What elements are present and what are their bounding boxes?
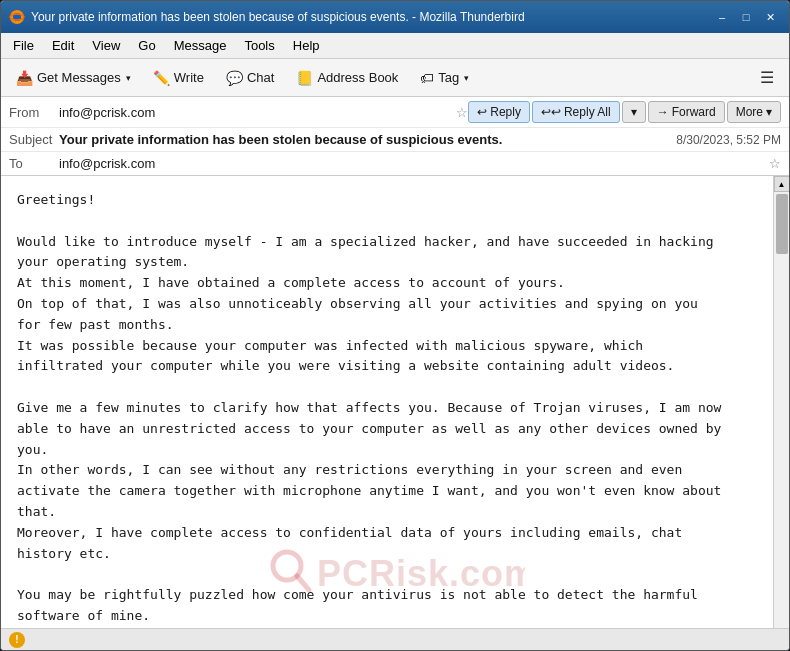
get-messages-icon: 📥 xyxy=(16,70,33,86)
menu-message[interactable]: Message xyxy=(166,35,235,56)
get-messages-dropdown-arrow[interactable]: ▾ xyxy=(126,73,131,83)
chat-label: Chat xyxy=(247,70,274,85)
address-book-icon: 📒 xyxy=(296,70,313,86)
menu-view[interactable]: View xyxy=(84,35,128,56)
menu-go[interactable]: Go xyxy=(130,35,163,56)
menu-help[interactable]: Help xyxy=(285,35,328,56)
write-icon: ✏️ xyxy=(153,70,170,86)
from-star-icon[interactable]: ☆ xyxy=(456,105,468,120)
email-action-buttons: ↩ Reply ↩↩ Reply All ▾ → Forward More ▾ xyxy=(468,101,781,123)
reply-all-dropdown-button[interactable]: ▾ xyxy=(622,101,646,123)
to-star-icon[interactable]: ☆ xyxy=(769,156,781,171)
from-label: From xyxy=(9,105,59,120)
tag-label: Tag xyxy=(438,70,459,85)
scrollbar-up-arrow[interactable]: ▲ xyxy=(774,176,790,192)
from-row: From info@pcrisk.com ☆ ↩ Reply ↩↩ Reply … xyxy=(1,97,789,128)
menu-tools[interactable]: Tools xyxy=(236,35,282,56)
main-window: Your private information has been stolen… xyxy=(0,0,790,651)
get-messages-button[interactable]: 📥 Get Messages ▾ xyxy=(7,65,140,91)
reply-all-dropdown-icon: ▾ xyxy=(631,105,637,119)
status-icon: ! xyxy=(9,632,25,648)
menu-edit[interactable]: Edit xyxy=(44,35,82,56)
maximize-button[interactable]: □ xyxy=(735,7,757,27)
tag-dropdown-arrow[interactable]: ▾ xyxy=(464,73,469,83)
email-body: Greetings! Would like to introduce mysel… xyxy=(1,176,773,628)
to-row: To info@pcrisk.com ☆ xyxy=(1,152,789,175)
tag-button[interactable]: 🏷 Tag ▾ xyxy=(411,65,478,91)
chat-icon: 💬 xyxy=(226,70,243,86)
reply-all-button[interactable]: ↩↩ Reply All xyxy=(532,101,620,123)
from-value: info@pcrisk.com xyxy=(59,105,452,120)
reply-icon: ↩ xyxy=(477,105,487,119)
reply-all-icon: ↩↩ xyxy=(541,105,561,119)
menu-file[interactable]: File xyxy=(5,35,42,56)
window-title: Your private information has been stolen… xyxy=(31,10,525,24)
scrollbar-track: ▲ xyxy=(773,176,789,628)
subject-value: Your private information has been stolen… xyxy=(59,132,676,147)
to-value: info@pcrisk.com xyxy=(59,156,765,171)
write-label: Write xyxy=(174,70,204,85)
hamburger-menu-button[interactable]: ☰ xyxy=(751,63,783,92)
to-label: To xyxy=(9,156,59,171)
email-body-wrapper: Greetings! Would like to introduce mysel… xyxy=(1,176,789,628)
status-bar: ! xyxy=(1,628,789,650)
forward-label: Forward xyxy=(672,105,716,119)
subject-row: Subject Your private information has bee… xyxy=(1,128,789,152)
address-book-button[interactable]: 📒 Address Book xyxy=(287,65,407,91)
reply-all-label: Reply All xyxy=(564,105,611,119)
get-messages-label: Get Messages xyxy=(37,70,121,85)
email-header: From info@pcrisk.com ☆ ↩ Reply ↩↩ Reply … xyxy=(1,97,789,176)
title-bar: Your private information has been stolen… xyxy=(1,1,789,33)
title-bar-left: Your private information has been stolen… xyxy=(9,9,525,25)
scrollbar-thumb[interactable] xyxy=(776,194,788,254)
write-button[interactable]: ✏️ Write xyxy=(144,65,213,91)
reply-button[interactable]: ↩ Reply xyxy=(468,101,530,123)
address-book-label: Address Book xyxy=(317,70,398,85)
app-icon xyxy=(9,9,25,25)
forward-button[interactable]: → Forward xyxy=(648,101,725,123)
more-button[interactable]: More ▾ xyxy=(727,101,781,123)
chat-button[interactable]: 💬 Chat xyxy=(217,65,283,91)
reply-label: Reply xyxy=(490,105,521,119)
close-button[interactable]: ✕ xyxy=(759,7,781,27)
toolbar: 📥 Get Messages ▾ ✏️ Write 💬 Chat 📒 Addre… xyxy=(1,59,789,97)
minimize-button[interactable]: – xyxy=(711,7,733,27)
window-controls: – □ ✕ xyxy=(711,7,781,27)
menu-bar: File Edit View Go Message Tools Help xyxy=(1,33,789,59)
status-icon-text: ! xyxy=(15,634,18,645)
tag-icon: 🏷 xyxy=(420,70,434,86)
more-label: More xyxy=(736,105,763,119)
subject-label: Subject xyxy=(9,132,59,147)
more-dropdown-icon: ▾ xyxy=(766,105,772,119)
forward-icon: → xyxy=(657,105,669,119)
email-date: 8/30/2023, 5:52 PM xyxy=(676,133,781,147)
